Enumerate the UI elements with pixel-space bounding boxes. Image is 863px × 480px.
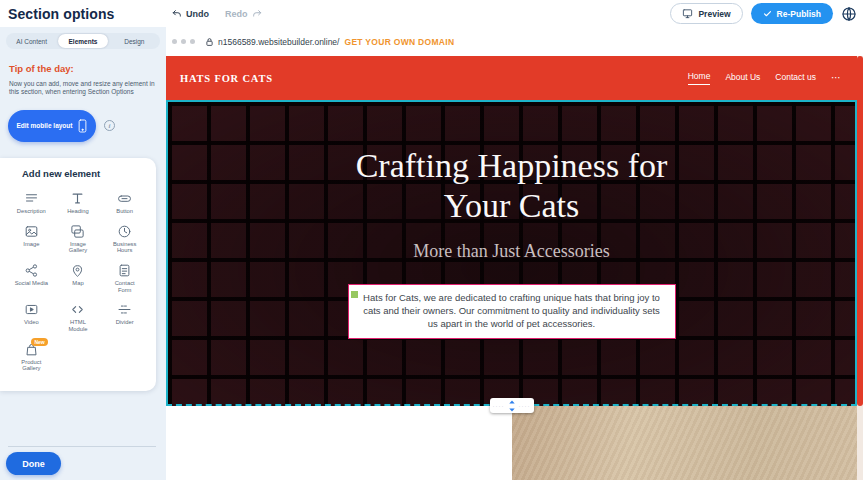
info-icon[interactable]: i — [104, 120, 115, 131]
tip-body: Now you can add, move and resize any ele… — [9, 80, 157, 97]
html-module-icon — [70, 302, 85, 317]
scrollbar-thumb[interactable] — [857, 56, 863, 406]
element-label: Map — [72, 280, 83, 287]
browser-bar: n1566589.websitebuilder.online/ GET YOUR… — [166, 27, 863, 56]
tab-ai-content[interactable]: AI Content — [7, 34, 56, 48]
site-url: n1566589.websitebuilder.online/ — [218, 37, 339, 47]
add-element-title: Add new element — [22, 168, 156, 179]
undo-label: Undo — [186, 9, 209, 19]
lock-icon — [205, 37, 214, 47]
element-label: Contact Form — [108, 280, 142, 293]
panel-divider — [8, 446, 156, 447]
site-nav: Home About Us Contact us ⋯ — [688, 71, 841, 85]
element-label: Button — [116, 208, 133, 215]
button-icon — [117, 191, 132, 206]
element-button[interactable]: Button — [101, 186, 148, 218]
social-media-icon — [24, 263, 39, 278]
republish-button[interactable]: Re-Publish — [751, 3, 833, 24]
phone-icon — [78, 119, 87, 133]
tab-elements[interactable]: Elements — [58, 34, 107, 48]
hero-heading[interactable]: Crafting Happiness for Your Cats — [327, 146, 697, 226]
done-button[interactable]: Done — [6, 452, 61, 475]
element-label: Video — [24, 319, 39, 326]
element-social-media[interactable]: Social Media — [8, 258, 55, 296]
site-header: HATS FOR CATS Home About Us Contact us ⋯ — [166, 56, 857, 100]
site-logo[interactable]: HATS FOR CATS — [180, 73, 273, 84]
business-hours-icon — [117, 224, 132, 239]
element-label: Social Media — [15, 280, 48, 287]
element-label: Description — [17, 208, 46, 215]
new-badge: New — [31, 338, 47, 346]
panel-tabs: AI Content Elements Design — [6, 33, 160, 49]
element-label: Heading — [67, 208, 89, 215]
undo-icon — [172, 9, 182, 19]
map-icon — [70, 263, 85, 278]
republish-label: Re-Publish — [777, 9, 821, 19]
heading-icon — [70, 191, 85, 206]
edit-mobile-layout-button[interactable]: Edit mobile layout — [8, 110, 96, 142]
undo-button[interactable]: Undo — [172, 9, 209, 19]
window-dot — [181, 39, 186, 44]
page-title: Section options — [8, 6, 115, 22]
window-dot — [172, 39, 177, 44]
element-label: Image — [23, 241, 39, 248]
globe-icon[interactable] — [841, 6, 857, 22]
tab-design[interactable]: Design — [110, 34, 159, 48]
element-product-gallery[interactable]: New Product Gallery — [8, 337, 55, 375]
section-resize-handle[interactable]: ···· ···· — [490, 398, 534, 413]
image-gallery-icon — [70, 224, 85, 239]
image-icon — [24, 224, 39, 239]
tip-heading: Tip of the day: — [9, 63, 157, 74]
element-label: Product Gallery — [14, 359, 48, 372]
redo-button[interactable]: Redo — [225, 9, 262, 19]
preview-pane: n1566589.websitebuilder.online/ GET YOUR… — [166, 27, 863, 480]
element-image[interactable]: Image — [8, 219, 55, 257]
hero-paragraph: Hats for Cats, we are dedicated to craft… — [363, 292, 660, 329]
undo-redo-group: Undo Redo — [172, 0, 262, 27]
element-label: Business Hours — [108, 241, 142, 254]
get-domain-link[interactable]: GET YOUR OWN DOMAIN — [344, 37, 454, 47]
add-element-panel: Add new element Description Heading Butt… — [0, 158, 156, 391]
redo-icon — [252, 9, 262, 19]
edit-mobile-label: Edit mobile layout — [17, 122, 73, 129]
element-grid: Description Heading Button Image Image G… — [8, 186, 148, 375]
nav-item-home[interactable]: Home — [688, 71, 711, 85]
window-dot — [190, 39, 195, 44]
hero-section[interactable]: Crafting Happiness for Your Cats More th… — [166, 100, 857, 406]
resize-arrows-icon — [508, 400, 516, 412]
hero-subheading[interactable]: More than Just Accessories — [413, 241, 609, 262]
element-drag-handle[interactable] — [350, 290, 359, 299]
handle-dots: ···· — [519, 403, 531, 409]
next-section-image[interactable] — [512, 406, 857, 480]
element-html-module[interactable]: HTML Module — [55, 297, 102, 335]
edit-mobile-row: Edit mobile layout i — [8, 110, 166, 142]
nav-item-contact[interactable]: Contact us — [775, 72, 816, 85]
preview-scrollbar — [857, 56, 863, 480]
hero-paragraph-box[interactable]: Hats for Cats, we are dedicated to craft… — [348, 284, 676, 338]
nav-item-about[interactable]: About Us — [725, 72, 760, 85]
monitor-icon — [682, 8, 693, 19]
video-icon — [24, 302, 39, 317]
element-label: HTML Module — [61, 319, 95, 332]
element-video[interactable]: Video — [8, 297, 55, 335]
handle-dots: ···· — [493, 403, 505, 409]
element-description[interactable]: Description — [8, 186, 55, 218]
element-map[interactable]: Map — [55, 258, 102, 296]
preview-button[interactable]: Preview — [670, 3, 742, 24]
element-image-gallery[interactable]: Image Gallery — [55, 219, 102, 257]
contact-form-icon — [117, 263, 132, 278]
topbar-actions: Preview Re-Publish — [670, 3, 857, 24]
element-heading[interactable]: Heading — [55, 186, 102, 218]
element-contact-form[interactable]: Contact Form — [101, 258, 148, 296]
redo-label: Redo — [225, 9, 248, 19]
topbar: Section options Undo Redo Preview Re-Pub… — [0, 0, 863, 27]
nav-more-icon[interactable]: ⋯ — [831, 73, 841, 83]
check-icon — [763, 9, 772, 18]
left-panel: AI Content Elements Design Tip of the da… — [0, 27, 166, 480]
tip-of-the-day: Tip of the day: Now you can add, move an… — [9, 63, 157, 97]
element-business-hours[interactable]: Business Hours — [101, 219, 148, 257]
element-divider[interactable]: Divider — [101, 297, 148, 335]
element-label: Image Gallery — [61, 241, 95, 254]
element-label: Divider — [116, 319, 134, 326]
description-icon — [24, 191, 39, 206]
